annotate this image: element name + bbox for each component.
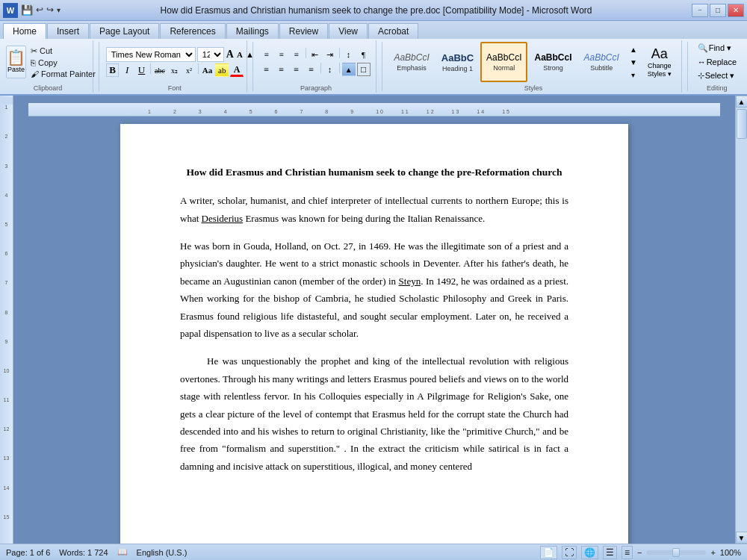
scroll-up-arrow[interactable]: ▲ (736, 96, 748, 108)
font-size-select[interactable]: 12 (197, 47, 224, 62)
normal-preview: AaBbCcI (486, 52, 521, 63)
style-normal[interactable]: AaBbCcI Normal (480, 42, 527, 82)
numbering-button[interactable]: ≡ (275, 48, 288, 61)
styles-scroll-up[interactable]: ▲ (627, 43, 639, 55)
view-outline[interactable]: ☰ (603, 546, 617, 559)
change-styles-button[interactable]: Aa ChangeStyles ▾ (641, 42, 678, 82)
right-scrollbar[interactable]: ▲ ▼ (735, 96, 747, 544)
quick-access-save[interactable]: 💾 (21, 4, 33, 16)
paragraph-section: ≡ ≡ ≡ ⇤ ⇥ ↕ ¶ ≡ ≡ ≡ ≡ ↕ (257, 40, 376, 93)
align-center-button[interactable]: ≡ (275, 63, 288, 76)
ruler-num-4: 4 (5, 193, 8, 222)
zoom-slider[interactable] (646, 550, 706, 555)
align-right-button[interactable]: ≡ (290, 63, 303, 76)
copy-button[interactable]: ⎘ Copy (28, 57, 99, 68)
underline-button[interactable]: U (135, 63, 149, 77)
zoom-out-button[interactable]: − (637, 548, 642, 557)
style-heading1[interactable]: AaBbC Heading 1 (436, 42, 479, 82)
view-web[interactable]: 🌐 (581, 546, 598, 559)
view-draft[interactable]: ≡ (622, 546, 633, 559)
sort-button[interactable]: ↕ (342, 48, 356, 61)
quick-access-redo[interactable]: ↪ (46, 4, 54, 16)
find-icon: 🔍 (698, 43, 708, 53)
emphasis-preview: AaBbCcI (394, 52, 429, 63)
editing-label: Editing (692, 84, 743, 92)
borders-button[interactable]: □ (357, 63, 371, 76)
italic-button[interactable]: I (120, 63, 134, 77)
paste-button[interactable]: 📋 Paste (6, 46, 26, 78)
quick-access-undo[interactable]: ↩ (36, 4, 43, 16)
window-controls: − □ ✕ (692, 4, 744, 17)
document-paragraph-2: He was born in Gouda, Holland, on Oct. 2… (180, 237, 568, 342)
select-button[interactable]: ⊹ Select ▾ (695, 69, 740, 82)
shading-button[interactable]: ▲ (342, 63, 356, 76)
view-print-layout[interactable]: 📄 (540, 546, 557, 559)
show-marks-button[interactable]: ¶ (357, 48, 371, 61)
ribbon-tab-bar: Home Insert Page Layout References Maili… (0, 21, 747, 39)
tab-view[interactable]: View (329, 23, 368, 39)
tab-home[interactable]: Home (3, 23, 46, 39)
change-case-button[interactable]: Aa (201, 63, 214, 77)
main-area: 1 2 3 4 5 6 7 8 9 10 11 12 13 14 15 1 2 … (0, 96, 747, 544)
horizontal-ruler: 1 2 3 4 5 6 7 8 9 10 11 12 13 14 15 (28, 103, 720, 116)
editing-section: 🔍 Find ▾ ↔ Replace ⊹ Select ▾ Editing (692, 40, 743, 93)
strikethrough-button[interactable]: abc (153, 63, 167, 77)
spell-check-icon[interactable]: 📖 (117, 547, 128, 557)
ruler-num-7: 7 (5, 280, 8, 309)
sep3 (382, 42, 382, 91)
style-subtitle[interactable]: AaBbCcI Subtitle (578, 42, 624, 82)
tab-mailings[interactable]: Mailings (226, 23, 279, 39)
subscript-button[interactable]: x₂ (168, 63, 182, 77)
align-left-button[interactable]: ≡ (260, 63, 273, 76)
shrink-font-button[interactable]: A (236, 48, 244, 61)
grow-font-button[interactable]: A (226, 48, 235, 61)
minimize-button[interactable]: − (692, 4, 708, 17)
find-button[interactable]: 🔍 Find ▾ (695, 42, 740, 55)
steyn-underline: Steyn (399, 276, 421, 287)
tab-review[interactable]: Review (279, 23, 328, 39)
font-name-select[interactable]: Times New Roman (106, 47, 196, 62)
styles-scroll-down[interactable]: ▼ (627, 56, 639, 68)
styles-more[interactable]: ▾ (627, 69, 639, 81)
ruler-num-11: 11 (4, 397, 10, 426)
highlight-button[interactable]: ab (215, 63, 229, 77)
document-page[interactable]: How did Erasmus and Christian humanism s… (120, 124, 628, 544)
document-title: How did Erasmus and Christian humanism s… (180, 165, 568, 180)
ruler-num-10: 10 (4, 368, 10, 397)
style-emphasis[interactable]: AaBbCcI Emphasis (388, 42, 434, 82)
justify-button[interactable]: ≡ (305, 63, 318, 76)
style-strong[interactable]: AaBbCcI Strong (529, 42, 577, 82)
tab-insert[interactable]: Insert (47, 23, 89, 39)
cut-button[interactable]: ✂ Cut (28, 46, 99, 57)
tab-page-layout[interactable]: Page Layout (90, 23, 159, 39)
format-painter-button[interactable]: 🖌 Format Painter (28, 69, 99, 79)
clear-format-button[interactable]: ▲ (245, 48, 255, 61)
emphasis-label: Emphasis (397, 64, 427, 72)
font-label: Font (103, 84, 247, 92)
replace-button[interactable]: ↔ Replace (695, 56, 740, 68)
multilevel-list-button[interactable]: ≡ (290, 48, 303, 61)
scroll-down-arrow[interactable]: ▼ (736, 532, 748, 544)
desiderius-underline: Desiderius (202, 213, 244, 224)
bullets-button[interactable]: ≡ (260, 48, 273, 61)
increase-indent-button[interactable]: ⇥ (323, 48, 337, 61)
bold-button[interactable]: B (106, 63, 120, 77)
tab-references[interactable]: References (160, 23, 225, 39)
zoom-percent[interactable]: 100% (720, 548, 741, 557)
close-button[interactable]: ✕ (728, 4, 744, 17)
document-area[interactable]: 1 2 3 4 5 6 7 8 9 10 11 12 13 14 15 How … (13, 96, 735, 544)
line-spacing-button[interactable]: ↕ (323, 63, 337, 76)
maximize-button[interactable]: □ (710, 4, 726, 17)
decrease-indent-button[interactable]: ⇤ (309, 48, 322, 61)
superscript-button[interactable]: x² (182, 63, 196, 77)
ruler-num-15: 15 (4, 514, 10, 544)
zoom-in-button[interactable]: + (710, 548, 715, 557)
view-fullscreen[interactable]: ⛶ (562, 546, 577, 559)
word-count: Words: 1 724 (59, 548, 108, 557)
font-color-button[interactable]: A (230, 63, 244, 77)
tab-acrobat[interactable]: Acrobat (368, 23, 418, 39)
scroll-thumb[interactable] (737, 109, 747, 139)
heading1-preview: AaBbC (441, 52, 474, 63)
language-indicator: English (U.S.) (137, 548, 187, 557)
ruler-num-12: 12 (4, 426, 10, 455)
